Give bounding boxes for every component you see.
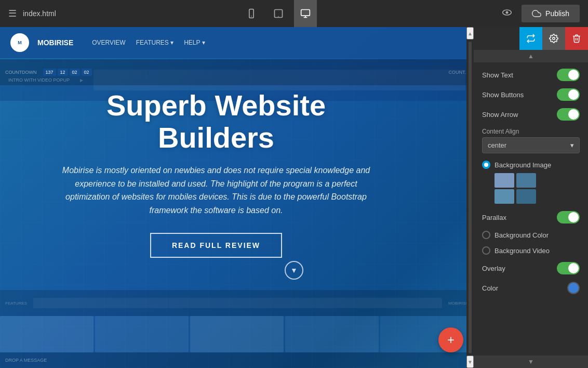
content-align-value: center — [488, 141, 506, 149]
scroll-arrow[interactable]: ▼ — [285, 261, 303, 280]
panel-scroll-up-button[interactable]: ▲ — [474, 50, 588, 62]
bg-image-section: Background Image — [482, 161, 580, 204]
topbar-right: Publish — [501, 5, 580, 22]
hero-subtitle: Mobirise is mostly oriented on newbies a… — [60, 164, 372, 217]
thumb-cell-1 — [495, 173, 514, 188]
toggle-knob — [568, 263, 579, 273]
radio-inner — [484, 163, 488, 167]
show-arrow-toggle[interactable] — [557, 108, 580, 121]
content-align-label: Content Align — [482, 128, 580, 135]
bg-color-row: Background Color — [482, 231, 580, 239]
overlay-row: Overlay — [482, 262, 580, 274]
mobile-view-button[interactable] — [240, 0, 263, 27]
hamburger-icon[interactable]: ☰ — [8, 8, 17, 19]
publish-label: Publish — [545, 9, 569, 18]
show-text-label: Show Text — [482, 71, 513, 79]
overlay-toggle[interactable] — [557, 262, 580, 274]
show-buttons-label: Show Buttons — [482, 91, 524, 99]
dropdown-arrow-icon: ▾ — [570, 141, 574, 149]
tablet-view-button[interactable] — [267, 0, 290, 27]
bg-video-label: Background Video — [495, 247, 550, 255]
thumb-cell-2 — [516, 173, 536, 188]
mobile-icon — [246, 8, 257, 19]
svg-point-8 — [553, 37, 555, 40]
nav-link-help: HELP ▾ — [184, 39, 205, 46]
panel-scroll-down-button[interactable]: ▼ — [474, 356, 588, 368]
preview-logo-text: MOBIRISE — [37, 38, 73, 47]
scroll-down-button[interactable]: ▼ — [466, 356, 474, 368]
swap-icon — [526, 34, 536, 43]
settings-panel: ▲ Show Text Show Buttons Show Arrow — [474, 27, 588, 368]
tablet-icon — [273, 8, 284, 19]
nav-link-overview: OVERVIEW — [92, 39, 125, 46]
thumb-cell-3 — [495, 189, 514, 204]
desktop-view-button[interactable] — [294, 0, 317, 27]
panel-toolbar — [474, 27, 588, 50]
toggle-knob — [568, 109, 579, 120]
toggle-knob — [568, 89, 579, 100]
overlay-label: Overlay — [482, 265, 505, 272]
preview-nav-links: OVERVIEW FEATURES ▾ HELP ▾ — [92, 39, 205, 46]
cloud-icon — [532, 9, 541, 18]
bg-video-row: Background Video — [482, 246, 580, 255]
show-arrow-row: Show Arrow — [482, 108, 580, 121]
bg-thumbnail[interactable] — [495, 173, 536, 204]
show-text-toggle[interactable] — [557, 69, 580, 81]
bg-image-row: Background Image — [482, 161, 580, 169]
delete-button[interactable] — [565, 27, 588, 50]
bg-image-radio[interactable] — [482, 161, 490, 169]
preview-button[interactable] — [501, 7, 513, 20]
svg-rect-0 — [249, 9, 253, 18]
panel-content: Show Text Show Buttons Show Arrow — [474, 62, 588, 356]
color-label: Color — [482, 284, 498, 292]
bg-color-radio[interactable] — [482, 231, 490, 239]
bottom-strip-1: FEATURES MOBIRISE — [0, 290, 474, 316]
show-text-row: Show Text — [482, 69, 580, 81]
show-buttons-row: Show Buttons — [482, 88, 580, 101]
filename: index.html — [23, 9, 56, 18]
svg-rect-4 — [301, 10, 310, 16]
nav-link-features: FEATURES ▾ — [136, 39, 173, 46]
bg-color-left: Background Color — [482, 231, 549, 239]
scroll-up-button[interactable]: ▲ — [466, 27, 474, 40]
content-align-section: Content Align center ▾ — [482, 128, 580, 153]
bottom-thumbs — [0, 316, 474, 352]
scrollbar-track — [469, 42, 472, 353]
color-picker[interactable] — [567, 282, 580, 294]
toggle-knob — [568, 212, 579, 222]
main-area: M MOBIRISE OVERVIEW FEATURES ▾ HELP ▾ DO… — [0, 27, 588, 368]
svg-point-7 — [506, 11, 509, 14]
desktop-icon — [299, 8, 312, 19]
add-section-button[interactable]: + — [438, 327, 463, 352]
eye-icon — [501, 7, 513, 18]
drop-message-strip: DROP A MESSAGE — [0, 352, 474, 368]
parallax-toggle[interactable] — [557, 211, 580, 224]
bg-video-left: Background Video — [482, 246, 550, 255]
show-arrow-label: Show Arrow — [482, 111, 518, 119]
right-scrollbar: ▲ ▼ — [466, 27, 474, 368]
topbar: ☰ index.html — [0, 0, 588, 27]
swap-button[interactable] — [519, 27, 542, 50]
thumb-cell-4 — [516, 189, 536, 204]
bg-image-label: Background Image — [495, 161, 551, 169]
parallax-row: Parallax — [482, 211, 580, 224]
settings-button[interactable] — [542, 27, 565, 50]
trash-icon — [572, 34, 581, 43]
device-selector — [240, 0, 317, 27]
toggle-knob — [568, 70, 579, 80]
publish-button[interactable]: Publish — [522, 5, 580, 22]
color-row: Color — [482, 282, 580, 294]
preview-logo-icon: M — [10, 33, 29, 52]
show-buttons-toggle[interactable] — [557, 88, 580, 101]
hero-title: Superb Website Builders — [106, 89, 326, 153]
hero-cta-button[interactable]: READ FULL REVIEW — [150, 233, 282, 258]
parallax-label: Parallax — [482, 214, 506, 221]
gear-icon — [549, 34, 558, 43]
bg-color-label: Background Color — [495, 231, 549, 239]
bg-video-radio[interactable] — [482, 246, 490, 255]
content-align-dropdown[interactable]: center ▾ — [482, 137, 580, 153]
topbar-left: ☰ index.html — [8, 8, 56, 19]
hero-section: Superb Website Builders Mobirise is most… — [0, 69, 432, 279]
